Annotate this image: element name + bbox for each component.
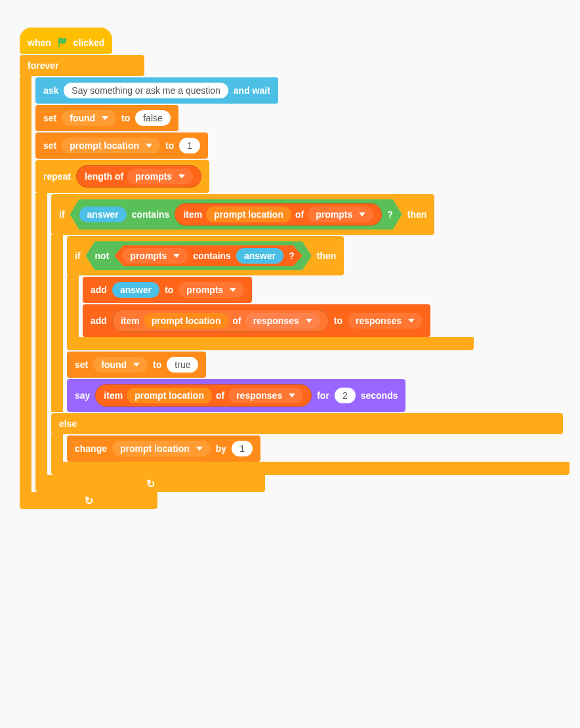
qmark: ? bbox=[387, 209, 393, 220]
say-label: say bbox=[75, 390, 90, 401]
loop-arrow-icon: ↻ bbox=[146, 477, 155, 490]
else-body: change prompt location by 1 bbox=[51, 434, 560, 462]
then-label: then bbox=[317, 251, 337, 261]
loop-arrow-icon: ↻ bbox=[85, 495, 93, 507]
contains-operator[interactable]: answer contains item prompt location of … bbox=[70, 199, 402, 230]
if-contains-block[interactable]: if answer contains item prompt location … bbox=[51, 194, 434, 235]
if-label: if bbox=[75, 251, 81, 261]
list-dropdown-responses[interactable]: responses bbox=[245, 313, 320, 329]
set-label: set bbox=[75, 359, 88, 370]
not-operator[interactable]: not prompts contains answer ? bbox=[86, 241, 312, 270]
item-of-reporter[interactable]: item prompt location of responses bbox=[95, 384, 312, 407]
chevron-down-icon bbox=[230, 288, 236, 292]
to-label: to bbox=[334, 315, 342, 326]
contains-label: contains bbox=[132, 209, 170, 220]
value-input[interactable]: true bbox=[167, 357, 198, 373]
then-label: then bbox=[407, 209, 427, 220]
repeat-block[interactable]: repeat length of prompts bbox=[35, 160, 209, 193]
repeat-body: if answer contains item prompt location … bbox=[35, 193, 560, 475]
var-reporter-prompt-location[interactable]: prompt location bbox=[144, 313, 229, 329]
length-of-reporter[interactable]: length of prompts bbox=[76, 165, 201, 188]
forever-end: ↻ bbox=[20, 492, 157, 509]
seconds-label: seconds bbox=[361, 390, 398, 401]
clicked-label: clicked bbox=[73, 37, 104, 48]
ask-text-input[interactable]: Say something or ask me a question bbox=[64, 83, 228, 98]
contains-label: contains bbox=[193, 251, 231, 261]
list-dropdown-prompts[interactable]: prompts bbox=[127, 169, 193, 184]
value-input[interactable]: false bbox=[135, 110, 171, 126]
green-flag-icon bbox=[56, 37, 68, 49]
if1-body: if not prompts contains answer ? then bbox=[51, 235, 560, 412]
if1-end bbox=[51, 462, 570, 475]
var-reporter-prompt-location[interactable]: prompt location bbox=[206, 207, 291, 222]
chevron-down-icon bbox=[173, 254, 180, 258]
script-root: when clicked forever ask Say something o… bbox=[20, 26, 560, 509]
add-label: add bbox=[91, 285, 107, 295]
list-dropdown-prompts[interactable]: prompts bbox=[122, 248, 188, 264]
answer-reporter[interactable]: answer bbox=[112, 282, 159, 298]
chevron-down-icon bbox=[408, 319, 415, 323]
to-label: to bbox=[165, 140, 174, 151]
set-found-block[interactable]: set found to false bbox=[35, 105, 178, 131]
forever-label: forever bbox=[28, 60, 58, 71]
when-label: when bbox=[28, 37, 51, 48]
chevron-down-icon bbox=[178, 174, 185, 178]
var-dropdown-found[interactable]: found bbox=[93, 357, 148, 373]
ask-block[interactable]: ask Say something or ask me a question a… bbox=[35, 77, 278, 104]
say-block[interactable]: say item prompt location of responses fo… bbox=[67, 379, 405, 412]
item-of-reporter[interactable]: item prompt location of responses bbox=[112, 310, 329, 332]
seconds-input[interactable]: 2 bbox=[335, 388, 356, 403]
var-dropdown-prompt-location[interactable]: prompt location bbox=[62, 138, 160, 153]
qmark: ? bbox=[289, 251, 295, 261]
set-prompt-location-block[interactable]: set prompt location to 1 bbox=[35, 132, 208, 159]
forever-block[interactable]: forever bbox=[20, 55, 144, 76]
list-dropdown-prompts[interactable]: prompts bbox=[178, 282, 244, 298]
repeat-label: repeat bbox=[43, 171, 71, 182]
answer-reporter[interactable]: answer bbox=[79, 207, 127, 222]
var-dropdown-prompt-location[interactable]: prompt location bbox=[112, 441, 211, 456]
add-item-responses-block[interactable]: add item prompt location of responses to… bbox=[83, 304, 430, 337]
when-flag-clicked-block[interactable]: when clicked bbox=[20, 28, 112, 54]
if-not-contains-block[interactable]: if not prompts contains answer ? then bbox=[67, 236, 344, 275]
answer-reporter[interactable]: answer bbox=[236, 248, 283, 264]
and-wait-label: and wait bbox=[234, 85, 270, 96]
set-found-true-block[interactable]: set found to true bbox=[67, 352, 206, 378]
to-label: to bbox=[153, 359, 161, 370]
else-bar[interactable]: else bbox=[51, 413, 563, 434]
var-reporter-prompt-location[interactable]: prompt location bbox=[127, 388, 212, 403]
if2-body: add answer to prompts add item prompt lo… bbox=[67, 275, 560, 337]
if-label: if bbox=[59, 209, 65, 220]
by-label: by bbox=[216, 443, 226, 454]
item-of-reporter[interactable]: item prompt location of prompts bbox=[175, 203, 382, 226]
add-label: add bbox=[91, 315, 107, 326]
chevron-down-icon bbox=[359, 212, 365, 216]
set-label: set bbox=[43, 113, 56, 123]
add-answer-block[interactable]: add answer to prompts bbox=[83, 277, 252, 303]
change-label: change bbox=[75, 443, 107, 454]
chevron-down-icon bbox=[306, 319, 312, 323]
set-label: set bbox=[43, 140, 56, 151]
value-input[interactable]: 1 bbox=[179, 138, 200, 153]
chevron-down-icon bbox=[289, 394, 295, 397]
to-label: to bbox=[165, 285, 173, 295]
list-contains-operator[interactable]: prompts contains answer ? bbox=[114, 245, 302, 266]
if2-end bbox=[67, 337, 474, 350]
list-dropdown-prompts[interactable]: prompts bbox=[308, 207, 373, 222]
value-input[interactable]: 1 bbox=[232, 441, 253, 456]
chevron-down-icon bbox=[146, 144, 152, 148]
list-dropdown-responses[interactable]: responses bbox=[228, 388, 303, 403]
var-dropdown-found[interactable]: found bbox=[62, 110, 116, 126]
to-label: to bbox=[121, 113, 130, 123]
forever-body: ask Say something or ask me a question a… bbox=[20, 76, 560, 492]
else-label: else bbox=[59, 418, 77, 429]
ask-label: ask bbox=[43, 85, 58, 96]
list-dropdown-responses[interactable]: responses bbox=[348, 313, 423, 329]
chevron-down-icon bbox=[133, 363, 140, 367]
change-prompt-location-block[interactable]: change prompt location by 1 bbox=[67, 435, 260, 462]
for-label: for bbox=[317, 390, 329, 401]
repeat-end: ↻ bbox=[35, 475, 265, 492]
chevron-down-icon bbox=[102, 116, 108, 120]
chevron-down-icon bbox=[196, 447, 203, 451]
